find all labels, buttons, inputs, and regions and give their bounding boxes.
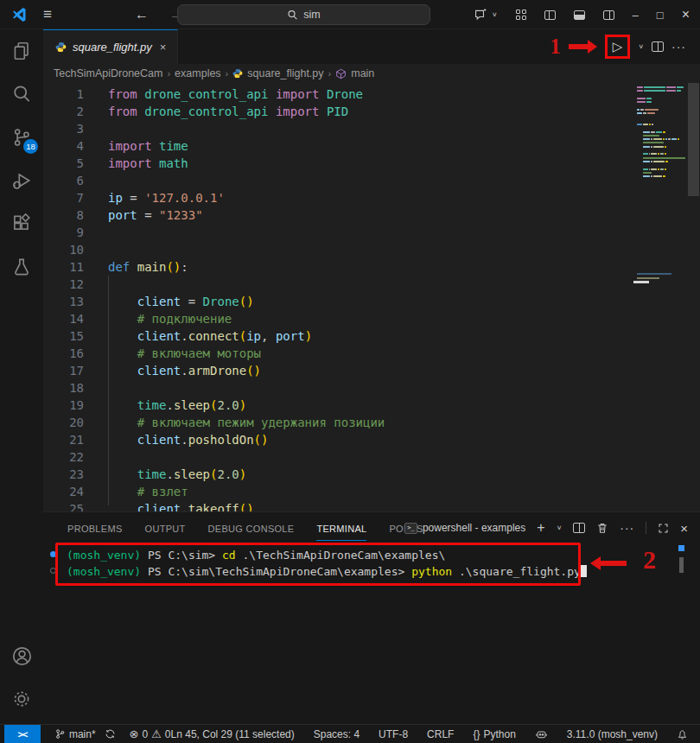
- account-button[interactable]: [0, 634, 43, 677]
- tab-debug-console[interactable]: DEBUG CONSOLE: [208, 516, 295, 540]
- code-line[interactable]: # взлет: [108, 483, 385, 500]
- code-line[interactable]: client.posholdOn(): [108, 431, 385, 448]
- toggle-sidebar-icon[interactable]: [544, 10, 556, 20]
- maximize-panel-icon[interactable]: [658, 523, 669, 534]
- minimap-row: [637, 116, 685, 117]
- breadcrumb-symbol[interactable]: main: [351, 67, 374, 79]
- tab-output[interactable]: OUTPUT: [145, 516, 186, 540]
- code-line[interactable]: time.sleep(2.0): [108, 466, 385, 483]
- code-line[interactable]: # включаем пежим удержания позиции: [108, 414, 385, 431]
- indentation[interactable]: Spaces: 4: [314, 728, 360, 740]
- code-line[interactable]: from drone_control_api import PID: [108, 103, 385, 120]
- copilot-button[interactable]: ∨: [474, 8, 498, 22]
- tab-problems[interactable]: PROBLEMS: [67, 516, 123, 540]
- sidebar-item-run-debug[interactable]: [0, 159, 43, 202]
- branch-label: main*: [69, 728, 96, 740]
- trash-icon[interactable]: [596, 522, 608, 534]
- minimap-row: [637, 157, 685, 159]
- line-number: 16: [43, 345, 84, 362]
- tab-close-icon[interactable]: ×: [160, 41, 167, 54]
- run-button[interactable]: ▷: [613, 39, 623, 54]
- problems-status[interactable]: ⊗ 0 ⚠ 0: [130, 727, 171, 740]
- warnings-icon: ⚠: [151, 727, 162, 740]
- code-line[interactable]: [108, 276, 385, 293]
- terminal-dropdown-chevron-icon[interactable]: ∨: [557, 524, 563, 531]
- code-line[interactable]: import time: [108, 137, 385, 155]
- split-editor-icon[interactable]: [652, 41, 664, 52]
- command-center-search[interactable]: sim: [177, 4, 430, 25]
- line-number: 15: [43, 327, 84, 345]
- branch-status[interactable]: main*: [54, 728, 116, 740]
- python-interpreter[interactable]: 3.11.0 (mosh_venv): [567, 728, 658, 740]
- terminal-scrollbar-slider[interactable]: [679, 557, 684, 573]
- code-editor[interactable]: 1234567891011121314151617181920212223242…: [43, 83, 700, 511]
- minimap-row: [637, 161, 685, 162]
- minimap-row: [637, 138, 685, 140]
- sidebar-item-source-control[interactable]: 18: [0, 116, 43, 159]
- code-line[interactable]: # включаем моторы: [108, 345, 385, 362]
- breadcrumb-separator: ›: [167, 68, 170, 79]
- vscode-logo-icon: [10, 6, 28, 23]
- toggle-panel-icon[interactable]: [574, 10, 585, 20]
- panel-more-actions-icon[interactable]: ···: [620, 521, 634, 535]
- minimap-row: [637, 120, 685, 122]
- close-button[interactable]: ×: [682, 7, 690, 22]
- split-terminal-icon[interactable]: [573, 523, 585, 533]
- line-number: 9: [43, 224, 84, 241]
- minimap[interactable]: [637, 86, 685, 179]
- notifications-bell[interactable]: [677, 728, 688, 740]
- remote-indicator[interactable]: ><: [4, 725, 41, 743]
- encoding[interactable]: UTF-8: [379, 728, 408, 740]
- toggle-secondary-sidebar-icon[interactable]: [603, 10, 614, 20]
- code-line[interactable]: import math: [108, 155, 385, 172]
- terminal[interactable]: (mosh_venv) PS C:\sim> cd .\TechSimApiDr…: [43, 543, 700, 724]
- editor-scrollbar[interactable]: [687, 83, 700, 511]
- maximize-button[interactable]: □: [657, 9, 664, 22]
- menu-icon[interactable]: ≡: [43, 6, 52, 23]
- tab-label: square_flight.py: [73, 41, 152, 54]
- code-line[interactable]: from drone_control_api import Drone: [108, 86, 385, 103]
- line-number: 7: [43, 189, 84, 206]
- code-line[interactable]: [108, 120, 385, 137]
- breadcrumb: TechSimApiDroneCam › examples › square_f…: [43, 64, 700, 83]
- language-mode[interactable]: {} Python: [473, 728, 515, 740]
- tab-terminal[interactable]: TERMINAL: [316, 516, 366, 541]
- sidebar-item-search[interactable]: [0, 73, 43, 116]
- code-line[interactable]: time.sleep(2.0): [108, 397, 385, 414]
- shell-selector[interactable]: >_ powershell - examples: [404, 522, 525, 534]
- customize-layout-icon[interactable]: [516, 10, 526, 20]
- code-line[interactable]: [108, 448, 385, 466]
- robot-button[interactable]: [535, 728, 548, 740]
- breadcrumb-file[interactable]: square_flight.py: [247, 67, 323, 79]
- eol-sequence[interactable]: CRLF: [427, 728, 454, 740]
- code-line[interactable]: ip = '127.0.0.1': [108, 189, 385, 206]
- close-panel-icon[interactable]: ×: [680, 521, 688, 536]
- code-line[interactable]: def main():: [108, 258, 385, 276]
- tab-square-flight[interactable]: square_flight.py ×: [43, 29, 178, 64]
- code-line[interactable]: [108, 172, 385, 189]
- code-line[interactable]: client.armDrone(): [108, 362, 385, 379]
- editor-scrollbar-slider[interactable]: [688, 83, 699, 196]
- editor-more-actions-icon[interactable]: ···: [671, 40, 686, 54]
- new-terminal-button[interactable]: +: [537, 520, 544, 536]
- back-icon[interactable]: ←: [135, 7, 149, 22]
- code-line[interactable]: [108, 224, 385, 241]
- code-line[interactable]: port = "1233": [108, 206, 385, 224]
- sidebar-item-extensions[interactable]: [0, 202, 43, 245]
- code-line[interactable]: [108, 379, 385, 397]
- code-line[interactable]: client.takeoff(): [108, 500, 385, 511]
- minimize-button[interactable]: –: [633, 9, 639, 22]
- code-line[interactable]: # подключение: [108, 310, 385, 327]
- sidebar-item-testing[interactable]: [0, 245, 43, 289]
- code-line[interactable]: client.connect(ip, port): [108, 327, 385, 345]
- divider: [646, 522, 646, 534]
- run-dropdown-chevron-icon[interactable]: ∨: [638, 43, 644, 50]
- extensions-icon: [10, 213, 33, 235]
- cursor-position[interactable]: Ln 45, Col 29 (11 selected): [171, 728, 295, 740]
- code-line[interactable]: [108, 241, 385, 258]
- settings-button[interactable]: [0, 677, 43, 721]
- code-line[interactable]: client = Drone(): [108, 293, 385, 310]
- breadcrumb-subfolder[interactable]: examples: [175, 67, 221, 79]
- sidebar-item-explorer[interactable]: [0, 29, 43, 73]
- breadcrumb-folder[interactable]: TechSimApiDroneCam: [54, 67, 162, 79]
